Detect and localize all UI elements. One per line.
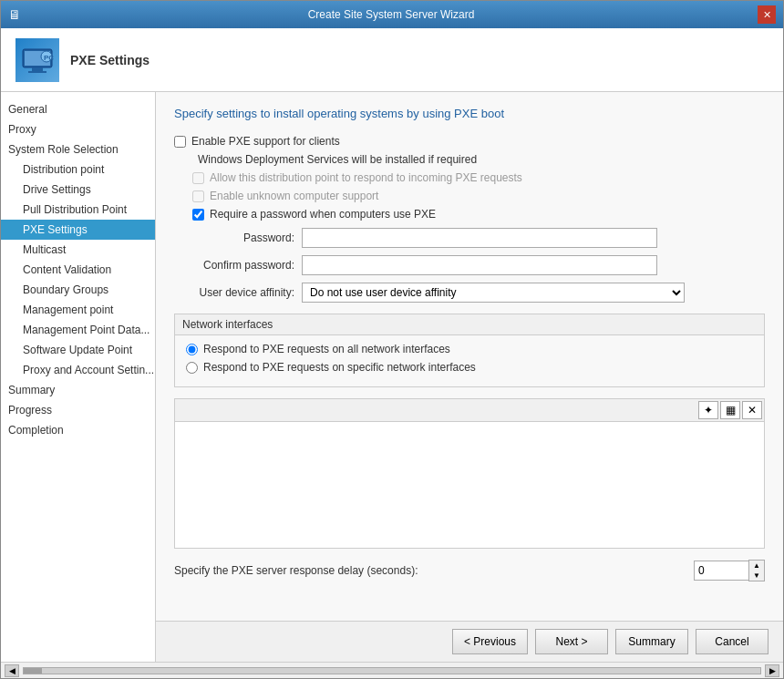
enable-unknown-row: Enable unknown computer support [192, 190, 765, 202]
close-button[interactable]: ✕ [758, 5, 776, 24]
enable-unknown-label: Enable unknown computer support [210, 190, 378, 202]
radio-specific-interfaces-label: Respond to PXE requests on specific netw… [203, 361, 476, 374]
require-password-checkbox[interactable] [192, 209, 204, 221]
radio-specific-interfaces[interactable] [186, 362, 198, 374]
delay-input[interactable] [694, 561, 748, 581]
network-interfaces-title: Network interfaces [175, 314, 764, 335]
allow-respond-row: Allow this distribution point to respond… [192, 171, 765, 184]
main-content: Specify settings to install operating sy… [156, 92, 783, 621]
confirm-password-input[interactable] [302, 255, 657, 275]
confirm-password-label: Confirm password: [174, 259, 302, 272]
sidebar-item-content-validation[interactable]: Content Validation [1, 260, 155, 280]
svg-rect-3 [28, 71, 46, 73]
previous-button[interactable]: < Previous [452, 629, 528, 654]
svg-rect-2 [32, 67, 43, 71]
sidebar-item-management-point-database[interactable]: Management Point Data... [1, 320, 155, 340]
network-toolbar: ✦ ▦ ✕ [174, 398, 765, 421]
svg-text:PC: PC [44, 54, 54, 62]
delay-spinner: ▲ ▼ [694, 560, 765, 581]
enable-pxe-checkbox[interactable] [174, 136, 186, 148]
header-icon: PC [15, 38, 59, 82]
section-heading: Specify settings to install operating sy… [174, 107, 765, 120]
sidebar-item-general[interactable]: General [1, 99, 155, 119]
allow-respond-label: Allow this distribution point to respond… [210, 171, 522, 184]
radio-specific-interfaces-row: Respond to PXE requests on specific netw… [186, 361, 753, 374]
enable-pxe-label: Enable PXE support for clients [191, 135, 340, 148]
sidebar-item-summary[interactable]: Summary [1, 380, 155, 400]
delay-row: Specify the PXE server response delay (s… [174, 560, 765, 581]
user-device-affinity-select[interactable]: Do not use user device affinity Allow us… [302, 283, 685, 303]
add-star-button[interactable]: ✦ [698, 401, 718, 419]
sidebar-item-completion[interactable]: Completion [1, 420, 155, 440]
confirm-password-row: Confirm password: [174, 255, 765, 275]
password-label: Password: [174, 231, 302, 244]
allow-respond-checkbox[interactable] [192, 172, 204, 184]
title-bar-controls: ✕ [758, 5, 776, 24]
sidebar-item-software-update-point[interactable]: Software Update Point [1, 340, 155, 360]
scroll-thumb [24, 668, 42, 674]
spinner-down-button[interactable]: ▼ [749, 571, 764, 581]
radio-all-interfaces-label: Respond to PXE requests on all network i… [203, 343, 450, 355]
header-area: PC PXE Settings [1, 28, 783, 92]
network-list [174, 421, 765, 549]
scroll-track[interactable] [23, 667, 761, 674]
main-panel: Specify settings to install operating sy… [156, 92, 783, 662]
network-interfaces-group: Network interfaces Respond to PXE reques… [174, 314, 765, 387]
delay-label: Specify the PXE server response delay (s… [174, 564, 694, 577]
sidebar-item-multicast[interactable]: Multicast [1, 240, 155, 260]
edit-grid-button[interactable]: ▦ [720, 401, 740, 419]
app-icon: 🖥 [8, 7, 21, 22]
radio-all-interfaces-row: Respond to PXE requests on all network i… [186, 343, 753, 355]
title-bar: 🖥 Create Site System Server Wizard ✕ [1, 1, 783, 28]
radio-all-interfaces[interactable] [186, 344, 198, 355]
title-bar-title: Create Site System Server Wizard [25, 8, 758, 21]
wds-info-text: Windows Deployment Services will be inst… [198, 153, 765, 166]
sidebar-item-distribution-point[interactable]: Distribution point [1, 159, 155, 180]
header-title: PXE Settings [70, 53, 150, 67]
sidebar-item-pull-distribution-point[interactable]: Pull Distribution Point [1, 200, 155, 220]
network-interfaces-content: Respond to PXE requests on all network i… [175, 335, 764, 386]
bottom-scrollbar: ◀ ▶ [1, 662, 783, 678]
remove-close-button[interactable]: ✕ [742, 401, 762, 419]
sidebar-item-progress[interactable]: Progress [1, 400, 155, 420]
sidebar-item-boundary-groups[interactable]: Boundary Groups [1, 280, 155, 300]
sidebar-item-drive-settings[interactable]: Drive Settings [1, 180, 155, 200]
footer: < Previous Next > Summary Cancel [156, 621, 783, 662]
sidebar-item-pxe-settings[interactable]: PXE Settings [1, 220, 155, 240]
user-device-affinity-row: User device affinity: Do not use user de… [174, 283, 765, 303]
enable-pxe-row: Enable PXE support for clients [174, 135, 765, 148]
network-list-section: ✦ ▦ ✕ [174, 398, 765, 549]
sidebar-item-management-point[interactable]: Management point [1, 300, 155, 320]
user-device-affinity-label: User device affinity: [174, 286, 302, 299]
cancel-button[interactable]: Cancel [696, 629, 769, 654]
spinner-buttons: ▲ ▼ [748, 560, 765, 581]
enable-unknown-checkbox[interactable] [192, 190, 204, 202]
sidebar-item-system-role-selection[interactable]: System Role Selection [1, 139, 155, 159]
sidebar: General Proxy System Role Selection Dist… [1, 92, 156, 662]
main-window: 🖥 Create Site System Server Wizard ✕ PC … [0, 0, 784, 679]
require-password-row: Require a password when computers use PX… [192, 208, 765, 221]
scroll-right-arrow[interactable]: ▶ [765, 664, 779, 677]
sidebar-item-proxy[interactable]: Proxy [1, 119, 155, 139]
scroll-left-arrow[interactable]: ◀ [5, 664, 19, 677]
require-password-label: Require a password when computers use PX… [210, 208, 436, 221]
summary-button[interactable]: Summary [615, 629, 688, 654]
password-input[interactable] [302, 228, 657, 248]
password-row: Password: [174, 228, 765, 248]
spinner-up-button[interactable]: ▲ [749, 561, 764, 571]
sidebar-item-proxy-account-settings[interactable]: Proxy and Account Settin... [1, 360, 155, 380]
content-area: General Proxy System Role Selection Dist… [1, 92, 783, 662]
next-button[interactable]: Next > [535, 629, 608, 654]
